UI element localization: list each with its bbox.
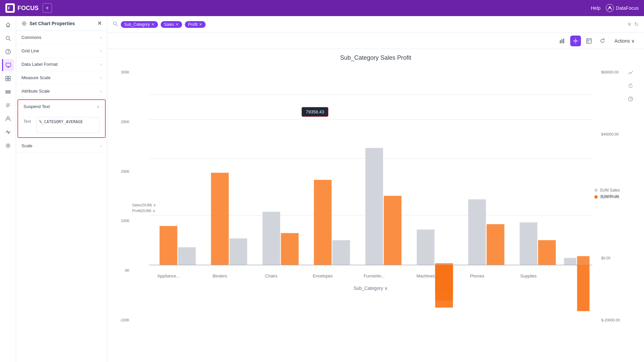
svg-rect-33 [314,180,332,265]
sidebar-help[interactable]: ? [2,46,14,58]
svg-point-20 [575,40,577,42]
svg-rect-48 [577,265,590,311]
chart-table-button[interactable] [584,36,594,46]
svg-text:Envelopes: Envelopes [313,274,333,278]
scale-item[interactable]: Scale › [16,139,107,153]
svg-rect-37 [417,229,434,265]
scale-chevron-icon: › [100,144,102,148]
sidebar-settings[interactable] [2,140,14,152]
sidebar-list[interactable] [2,99,14,111]
attribute-scale-label: Attribute Scale [21,89,50,94]
chart-side-icons: ? [628,70,633,103]
svg-rect-28 [178,247,196,265]
chart-reload-button[interactable] [628,83,633,90]
measure-scale-label: Measure Scale [21,75,51,80]
bar-chart-svg: Appliance... Binders Chairs Envelopes Fu… [149,67,592,335]
svg-rect-45 [577,256,590,265]
sidebar-user[interactable] [2,113,14,125]
panel-close-button[interactable]: ✕ [97,20,102,27]
chart-settings-button[interactable] [570,36,581,46]
svg-text:F: F [8,6,10,11]
sidebar-monitor[interactable] [2,59,14,71]
y-left-0k: 0K [115,268,129,272]
svg-text:Chairs: Chairs [265,274,278,278]
svg-text:Supplies: Supplies [520,274,537,278]
svg-rect-19 [563,39,564,43]
svg-rect-43 [538,240,556,265]
svg-rect-18 [561,39,562,43]
sidebar-activity[interactable] [2,126,14,138]
tag-profit-label: Profit [188,22,198,27]
y-right-series-label: Profit(SUM) [132,209,151,213]
svg-rect-10 [8,79,10,81]
sidebar-home[interactable] [2,19,14,31]
chart-refresh-button[interactable] [597,36,608,46]
svg-rect-32 [281,233,299,265]
search-refresh-button[interactable]: ↻ [634,21,639,28]
svg-rect-36 [384,196,401,265]
app-name: FOCUS [17,5,39,12]
svg-point-15 [23,22,25,24]
svg-rect-42 [520,222,537,265]
y-right-minus20k: $-20000.00 [601,318,620,322]
y-axis-left: 300K 280K 200K 100K 0K -100K [115,70,132,322]
legend-sum-profit: SUM Profit [594,195,620,199]
help-link[interactable]: Help [591,5,601,11]
tooltip-value: 79358.43 [306,109,324,114]
user-avatar-icon [606,4,614,12]
app-logo: F FOCUS [5,3,39,13]
text-field-label: Text [23,117,34,124]
svg-rect-7 [6,76,8,78]
svg-text:Phones: Phones [470,274,484,278]
nav-right: Help DataFocus [591,4,639,12]
y-left-minus100k: -100K [115,318,129,322]
chart-help-button[interactable]: ? [628,96,633,103]
chart-type-button[interactable] [557,36,568,46]
suspend-text-chevron-icon: ∨ [97,104,100,109]
svg-rect-30 [229,239,247,265]
chart-container: 300K 280K 200K 100K 0K -100K Sales(SUM) … [115,67,636,349]
add-tab-button[interactable]: + [43,3,52,13]
grid-line-item[interactable]: Grid Line › [16,44,107,58]
scale-label: Scale [21,143,33,148]
legend-sales-dot [594,189,598,192]
suspend-text-header[interactable]: Suspend Text ∨ [18,100,105,113]
grid-line-chevron-icon: › [100,49,102,53]
svg-rect-11 [6,91,10,92]
svg-rect-47 [435,265,453,301]
tag-profit-remove[interactable]: ✕ [199,22,202,27]
tag-profit[interactable]: Profit ✕ [185,21,206,28]
panel-title: Set Chart Properties [30,21,75,26]
text-field-row: Text %_CATEGORY_AVERAGE [23,117,100,133]
commons-label: Commons [21,35,41,40]
commons-item[interactable]: Commons › [16,31,107,44]
user-info: DataFocus [606,4,639,12]
legend-sum-sales: SUM Sales [594,188,620,193]
attribute-scale-item[interactable]: Attribute Scale › [16,85,107,98]
svg-text:Furnishin...: Furnishin... [364,274,385,278]
search-clear-button[interactable]: ✕ [627,21,632,28]
tag-sub-category-remove[interactable]: ✕ [151,22,155,27]
chart-line-toggle[interactable] [628,70,633,76]
sidebar-layers[interactable] [2,86,14,98]
suspend-text-section: Suspend Text ∨ Text %_CATEGORY_AVERAGE [17,99,106,138]
measure-scale-item[interactable]: Measure Scale › [16,71,107,85]
svg-rect-31 [262,212,280,265]
tag-sales-remove[interactable]: ✕ [175,22,179,27]
legend-sales-label: SUM Sales [600,188,620,193]
y-left-300k: 300K [115,70,129,74]
suspend-text-input[interactable]: %_CATEGORY_AVERAGE [36,117,100,133]
svg-rect-6 [6,63,11,66]
actions-button[interactable]: Actions ∨ [610,36,639,46]
tag-sales[interactable]: Sales ✕ [161,21,182,28]
tag-sub-category[interactable]: Sub_Category ✕ [121,21,158,28]
chart-tooltip: 79358.43 [302,107,328,117]
sidebar-grid[interactable] [2,72,14,85]
y-left-200k: 200K [115,169,129,173]
sidebar-search[interactable] [2,32,14,44]
data-label-format-item[interactable]: Data Label Format › [16,58,107,71]
svg-point-14 [7,145,9,147]
svg-point-3 [6,36,9,40]
svg-text:?: ? [630,97,632,101]
search-bar: Sub_Category ✕ Sales ✕ Profit ✕ ✕ ↻ [107,16,644,33]
